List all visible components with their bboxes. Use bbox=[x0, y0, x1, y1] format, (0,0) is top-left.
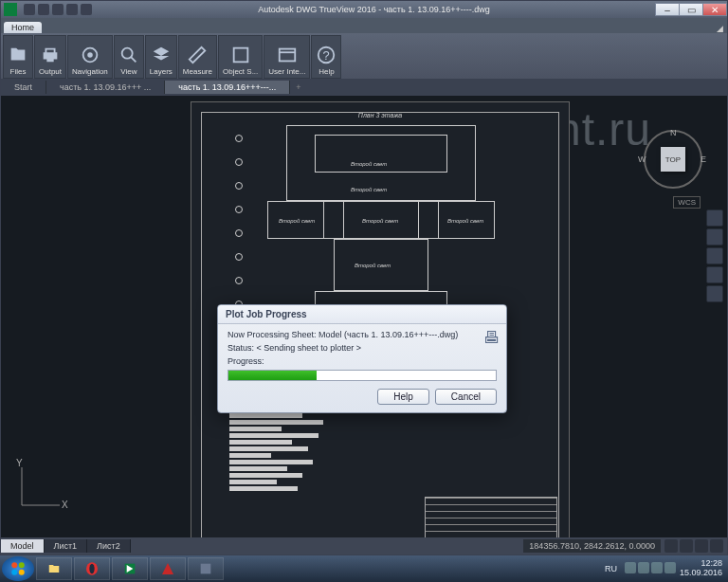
qat-plot-icon[interactable] bbox=[52, 4, 64, 15]
wcs-label[interactable]: WCS bbox=[673, 196, 701, 209]
ribbon: Files Output Navigation View Layers Meas… bbox=[1, 33, 727, 79]
document-tabs: Start часть 1. 13.09.16+++ ... часть 1. … bbox=[1, 79, 727, 96]
ribbon-group-help[interactable]: ?Help bbox=[311, 35, 341, 79]
viewcube-east[interactable]: E bbox=[701, 155, 706, 164]
cancel-button[interactable]: Cancel bbox=[435, 389, 497, 405]
status-toggle-3[interactable] bbox=[695, 539, 708, 553]
ucs-x-label: X bbox=[62, 500, 68, 510]
ribbon-group-measure[interactable]: Measure bbox=[178, 35, 217, 79]
coordinate-readout: 184356.7810, 2842.2612, 0.0000 bbox=[523, 539, 661, 553]
plotter-icon: 🖶 bbox=[483, 328, 500, 348]
svg-point-11 bbox=[11, 570, 17, 575]
svg-point-1 bbox=[87, 52, 93, 58]
taskbar-app[interactable] bbox=[188, 557, 224, 580]
nav-zoom-icon[interactable] bbox=[706, 247, 723, 264]
svg-rect-15 bbox=[201, 564, 211, 574]
ribbon-group-view[interactable]: View bbox=[114, 35, 144, 79]
help-button[interactable]: Help bbox=[377, 389, 429, 405]
navigation-bar bbox=[706, 209, 723, 302]
taskbar-autocad[interactable] bbox=[150, 557, 186, 580]
ribbon-tabbar: Home ◢ bbox=[1, 18, 727, 33]
qat-undo-icon[interactable] bbox=[66, 4, 78, 15]
svg-point-12 bbox=[19, 570, 25, 575]
ribbon-expand-icon[interactable]: ◢ bbox=[717, 24, 723, 33]
qat-save-icon[interactable] bbox=[38, 4, 49, 15]
tab-start[interactable]: Start bbox=[1, 81, 46, 94]
layout-tab-sheet1[interactable]: Лист1 bbox=[45, 539, 88, 553]
dialog-status: Status: < Sending sheet to plotter > bbox=[228, 343, 497, 353]
ribbon-group-layers[interactable]: Layers bbox=[145, 35, 177, 79]
minimize-button[interactable]: – bbox=[655, 3, 680, 16]
layout-tab-model[interactable]: Model bbox=[1, 539, 45, 553]
tab-doc-1[interactable]: часть 1. 13.09.16+++ ... bbox=[46, 81, 165, 94]
ribbon-group-object-snap[interactable]: Object S... bbox=[218, 35, 263, 79]
ucs-icon: X Y bbox=[12, 458, 69, 515]
ribbon-group-output[interactable]: Output bbox=[34, 35, 66, 79]
windows-taskbar: RU 12:28 15.09.2016 bbox=[0, 555, 728, 582]
tray-clock[interactable]: 12:28 15.09.2016 bbox=[680, 559, 722, 578]
plot-progress-dialog: Plot Job Progress 🖶 Now Processing Sheet… bbox=[217, 304, 507, 413]
svg-point-9 bbox=[11, 562, 17, 568]
drawing-notes bbox=[229, 413, 334, 493]
window-title: Autodesk DWG TrueView 2016 - часть 1. 13… bbox=[92, 5, 656, 14]
drawing-title-block bbox=[425, 497, 557, 537]
ribbon-group-files[interactable]: Files bbox=[3, 35, 33, 79]
app-icon bbox=[4, 3, 17, 16]
window-titlebar: Autodesk DWG TrueView 2016 - часть 1. 13… bbox=[1, 1, 727, 18]
qat-open-icon[interactable] bbox=[24, 4, 35, 15]
close-button[interactable]: ✕ bbox=[702, 3, 727, 16]
ribbon-group-user-interface[interactable]: User Inte... bbox=[264, 35, 310, 79]
ribbon-group-navigation[interactable]: Navigation bbox=[67, 35, 113, 79]
status-toggle-2[interactable] bbox=[680, 539, 693, 553]
svg-point-10 bbox=[19, 562, 25, 568]
viewcube-west[interactable]: W bbox=[638, 155, 646, 164]
progress-bar bbox=[228, 370, 497, 381]
nav-showmotion-icon[interactable] bbox=[706, 285, 723, 302]
svg-point-14 bbox=[89, 564, 94, 574]
nav-pan-icon[interactable] bbox=[706, 228, 723, 246]
viewcube-north[interactable]: N bbox=[670, 128, 677, 137]
ucs-y-label: Y bbox=[16, 458, 23, 468]
status-toggle-4[interactable] bbox=[710, 539, 723, 553]
viewcube-top[interactable]: TOP bbox=[661, 147, 685, 172]
dialog-progress-label: Progress: bbox=[228, 356, 497, 366]
tray-icons[interactable] bbox=[624, 562, 677, 575]
nav-orbit-icon[interactable] bbox=[706, 266, 723, 283]
dialog-title: Plot Job Progress bbox=[218, 305, 506, 324]
svg-rect-3 bbox=[233, 48, 247, 63]
nav-wheel-icon[interactable] bbox=[706, 209, 723, 227]
tray-language[interactable]: RU bbox=[601, 564, 621, 573]
tab-doc-2[interactable]: часть 1. 13.09.16+++---... bbox=[165, 81, 290, 94]
ribbon-tab-home[interactable]: Home bbox=[4, 22, 42, 33]
drawing-canvas[interactable]: 64print.ru План 3 этажа Второй свет Втор… bbox=[1, 96, 727, 537]
layout-tab-sheet2[interactable]: Лист2 bbox=[87, 539, 131, 553]
svg-text:?: ? bbox=[323, 48, 330, 63]
taskbar-opera[interactable] bbox=[74, 557, 110, 580]
dialog-now-processing: Now Processing Sheet: Model (часть 1. 13… bbox=[228, 330, 497, 339]
taskbar-explorer[interactable] bbox=[36, 557, 72, 580]
start-button[interactable] bbox=[2, 556, 34, 581]
layout-tabs: Model Лист1 Лист2 184356.7810, 2842.2612… bbox=[1, 537, 727, 555]
maximize-button[interactable]: ▭ bbox=[679, 3, 703, 16]
tab-add-icon[interactable]: + bbox=[290, 81, 306, 94]
qat-redo-icon[interactable] bbox=[81, 4, 92, 15]
status-toggle-1[interactable] bbox=[664, 539, 678, 553]
taskbar-dwg-trueview[interactable] bbox=[112, 557, 148, 580]
viewcube[interactable]: TOP N E W bbox=[644, 130, 702, 189]
svg-rect-4 bbox=[280, 49, 296, 62]
